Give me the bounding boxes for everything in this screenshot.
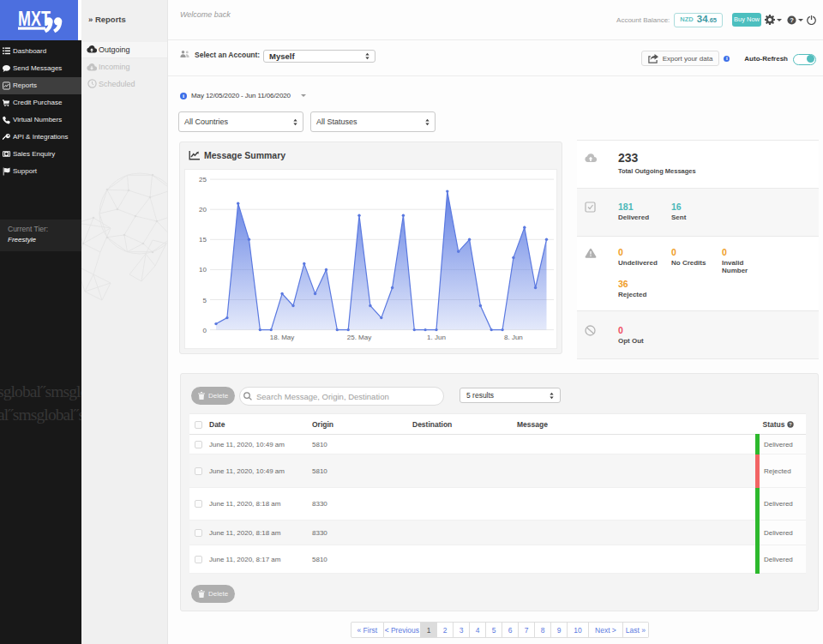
svg-text:8. Jun: 8. Jun [504,334,523,341]
svg-text:5: 5 [203,297,207,304]
svg-text:25. May: 25. May [347,334,371,341]
svg-text:25: 25 [199,176,207,184]
svg-text:15: 15 [199,236,207,244]
svg-text:?: ? [790,16,794,24]
svg-text:18. May: 18. May [270,334,294,341]
svg-text:1. Jun: 1. Jun [427,334,446,341]
svg-text:20: 20 [199,206,207,214]
svg-text:0: 0 [203,327,207,334]
svg-text:10: 10 [199,266,207,274]
svg-text:MXT: MXT [18,8,51,30]
